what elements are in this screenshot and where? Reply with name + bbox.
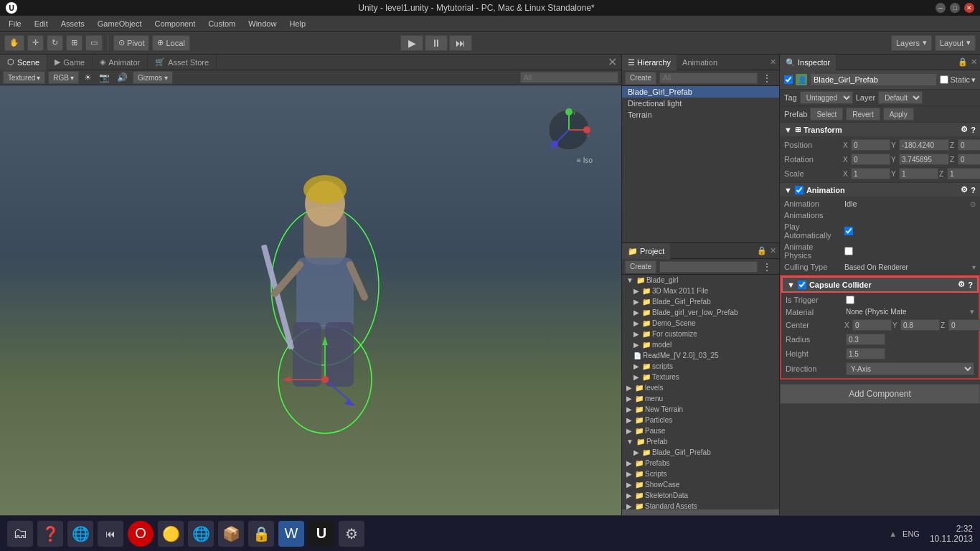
maximize-button[interactable]: □: [950, 3, 960, 13]
pivot-button[interactable]: ⊙ Pivot: [113, 35, 149, 51]
menu-file[interactable]: File: [3, 18, 27, 29]
project-lock-icon[interactable]: 🔒: [757, 246, 767, 255]
material-arrow-icon[interactable]: ▾: [970, 307, 974, 316]
select-btn[interactable]: Select: [810, 108, 843, 121]
tab-scene[interactable]: ⬡ Scene: [0, 55, 47, 70]
project-search-input[interactable]: [659, 261, 758, 273]
taskbar-icon-word[interactable]: W: [278, 521, 304, 547]
project-item-scripts-root[interactable]: ▶ 📁 Scripts: [622, 468, 779, 479]
menu-custom[interactable]: Custom: [202, 18, 241, 29]
menu-gameobject[interactable]: GameObject: [92, 18, 148, 29]
center-z-input[interactable]: [948, 319, 980, 331]
tool-move[interactable]: ✛: [27, 35, 44, 51]
project-item-skeleton-data[interactable]: ▶ 📁 SkeletonData: [622, 490, 779, 501]
project-item-scripts[interactable]: ▶ 📁 scripts: [622, 361, 779, 372]
hierarchy-create-btn[interactable]: Create: [625, 72, 656, 85]
tool-rect[interactable]: ▭: [85, 35, 103, 51]
taskbar-icon-java[interactable]: 🟡: [158, 521, 184, 547]
shading-dropdown[interactable]: Textured ▾: [3, 71, 45, 84]
project-item-blade-girl-prefab-f[interactable]: ▶ 📁 Blade_Girl_Prefab: [622, 296, 779, 307]
minimize-button[interactable]: ─: [936, 3, 946, 13]
tab-animation[interactable]: Animation: [677, 55, 723, 70]
inspector-lock-icon[interactable]: 🔒: [958, 57, 968, 67]
tab-project[interactable]: 📁 Project: [622, 243, 670, 259]
hierarchy-options-icon[interactable]: ⋮: [760, 72, 773, 84]
inspector-close-icon[interactable]: ✕: [971, 57, 977, 67]
culling-arrow-icon[interactable]: ▾: [972, 263, 976, 271]
project-item-blade-girl-prefab-sub[interactable]: ▶ 📁 Blade_Girl_Prefab: [622, 447, 779, 458]
close-button[interactable]: ✕: [964, 3, 974, 13]
transform-header[interactable]: ▼ ⊞ Transform ⚙ ?: [780, 123, 980, 136]
hierarchy-item-terrain[interactable]: Terrain: [622, 109, 779, 121]
tool-rotate[interactable]: ↻: [47, 35, 63, 51]
project-item-showcase[interactable]: ▶ 📁 ShowCase: [622, 479, 779, 490]
hierarchy-item-directional-light[interactable]: Directional light: [622, 98, 779, 109]
project-item-particles[interactable]: ▶ 📁 Particles: [622, 415, 779, 425]
project-scrollbar[interactable]: [622, 509, 779, 515]
menu-assets[interactable]: Assets: [55, 18, 90, 29]
step-button[interactable]: ⏭: [449, 35, 472, 51]
taskbar-icon-chrome[interactable]: 🌐: [188, 521, 214, 547]
menu-window[interactable]: Window: [242, 18, 282, 29]
play-button[interactable]: ▶: [400, 35, 423, 51]
taskbar-icon-media[interactable]: ⏮: [98, 521, 123, 547]
hierarchy-panel-close[interactable]: ✕: [767, 55, 779, 70]
direction-select[interactable]: Y-Axis X-Axis Z-Axis: [846, 362, 974, 375]
project-create-btn[interactable]: Create: [625, 260, 656, 273]
pos-y-input[interactable]: [899, 139, 949, 151]
object-active-checkbox[interactable]: [784, 75, 793, 84]
camera-icon-btn[interactable]: 📷: [97, 71, 112, 84]
tool-hand[interactable]: ✋: [4, 35, 24, 51]
capsule-help-icon[interactable]: ?: [968, 281, 973, 289]
rgb-dropdown[interactable]: RGB ▾: [48, 71, 79, 84]
taskbar-icon-unity[interactable]: U: [308, 521, 334, 547]
taskbar-icon-help[interactable]: ❓: [37, 521, 63, 547]
project-item-textures[interactable]: ▶ 📁 Textures: [622, 372, 779, 382]
capsule-active-checkbox[interactable]: [798, 281, 806, 289]
animation-value-btn[interactable]: ⊙: [970, 200, 976, 208]
animation-help-icon[interactable]: ?: [971, 186, 976, 194]
pos-x-input[interactable]: [851, 139, 890, 151]
rot-x-input[interactable]: [851, 154, 890, 165]
project-item-blade-girl-ver[interactable]: ▶ 📁 Blade_girl_ver_low_Prefab: [622, 307, 779, 318]
capsule-collider-header[interactable]: ▼ Capsule Collider ⚙ ?: [781, 276, 979, 293]
apply-btn[interactable]: Apply: [883, 108, 914, 121]
scene-search-input[interactable]: [520, 72, 618, 83]
animation-active-checkbox[interactable]: [795, 186, 804, 194]
project-item-pause[interactable]: ▶ 📁 Pause: [622, 425, 779, 436]
animate-physics-checkbox[interactable]: [844, 247, 853, 255]
tab-game[interactable]: ▶ Game: [47, 55, 93, 70]
project-options-icon[interactable]: ⋮: [760, 261, 773, 273]
animation-header[interactable]: ▼ Animation ⚙ ?: [780, 183, 980, 197]
tab-hierarchy[interactable]: ☰ Hierarchy: [622, 55, 677, 70]
project-item-for-customize[interactable]: ▶ 📁 For customize: [622, 329, 779, 339]
transform-settings-icon[interactable]: ⚙: [961, 125, 968, 134]
layers-dropdown[interactable]: Layers ▾: [891, 35, 932, 51]
animation-settings-icon[interactable]: ⚙: [961, 185, 968, 194]
project-item-model[interactable]: ▶ 📁 model: [622, 339, 779, 350]
project-item-3dmax[interactable]: ▶ 📁 3D Max 2011 File: [622, 286, 779, 296]
revert-btn[interactable]: Revert: [846, 108, 880, 121]
height-input[interactable]: [846, 348, 885, 359]
audio-icon-btn[interactable]: 🔊: [115, 71, 130, 84]
rot-y-input[interactable]: [899, 154, 949, 165]
sun-icon-btn[interactable]: ☀: [82, 71, 94, 84]
pause-button[interactable]: ⏸: [425, 35, 448, 51]
project-item-demo-scene[interactable]: ▶ 📁 Demo_Scene: [622, 318, 779, 329]
project-item-standard-assets[interactable]: ▶ 📁 Standard Assets: [622, 501, 779, 509]
static-checkbox[interactable]: [940, 75, 948, 84]
scale-x-input[interactable]: [851, 168, 890, 179]
play-auto-checkbox[interactable]: [844, 227, 853, 235]
radius-input[interactable]: [846, 334, 885, 345]
project-item-blade-girl[interactable]: ▼ 📁 Blade_girl: [622, 275, 779, 286]
project-item-readme[interactable]: 📄 ReadMe_[V 2.0]_03_25: [622, 350, 779, 361]
center-y-input[interactable]: [900, 319, 940, 331]
local-button[interactable]: ⊕ Local: [152, 35, 189, 51]
taskbar-icon-settings[interactable]: ⚙: [339, 521, 364, 547]
taskbar-icon-archive[interactable]: 📦: [218, 521, 244, 547]
object-name-input[interactable]: [810, 73, 937, 86]
transform-help-icon[interactable]: ?: [971, 126, 976, 134]
tool-scale[interactable]: ⊞: [66, 35, 83, 51]
tag-select[interactable]: Untagged: [800, 91, 853, 104]
taskbar-icon-opera[interactable]: O: [128, 521, 154, 547]
